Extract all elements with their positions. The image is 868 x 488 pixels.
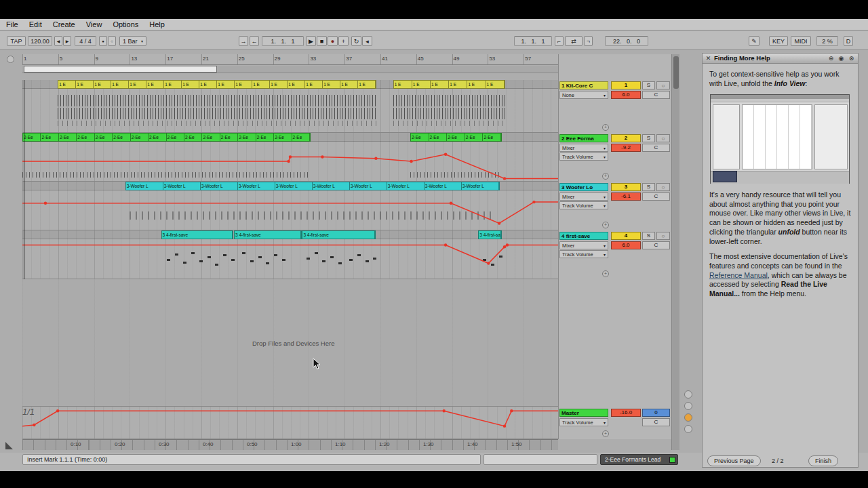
clip[interactable]: 3 4-first-save — [161, 230, 234, 239]
automation-breakpoint[interactable] — [498, 222, 500, 224]
loop-start-field[interactable]: 1. 1. 1 — [514, 36, 552, 46]
previous-page-button[interactable]: Previous Page — [707, 455, 761, 466]
automation-breakpoint[interactable] — [450, 202, 452, 205]
automation-line[interactable] — [22, 407, 558, 439]
automation-reenable-button[interactable]: ↻ — [351, 36, 361, 46]
arm-button[interactable]: ○ — [656, 232, 670, 240]
track-name-1[interactable]: 1 Kit-Core C — [559, 81, 608, 89]
automation-breakpoint[interactable] — [503, 424, 506, 427]
device-chooser[interactable]: Mixer▾ — [559, 241, 608, 249]
automation-breakpoint[interactable] — [532, 201, 535, 203]
add-automation-lane-button[interactable]: + — [602, 222, 609, 228]
automation-breakpoint[interactable] — [510, 409, 513, 412]
play-button[interactable]: ▶ — [306, 36, 316, 46]
metronome-icon[interactable]: ● — [99, 36, 107, 46]
beat-time-ruler[interactable]: 159131721252933374145495357 — [22, 54, 558, 65]
solo-button[interactable]: S — [642, 183, 655, 191]
automation-breakpoint[interactable] — [374, 157, 377, 159]
menu-create[interactable]: Create — [53, 20, 75, 28]
master-lane[interactable]: 1/1 — [22, 407, 558, 439]
record-button[interactable]: ● — [328, 36, 338, 46]
solo-button[interactable]: S — [642, 134, 655, 142]
master-volume-value[interactable]: -16.0 — [611, 409, 641, 417]
automation-breakpoint[interactable] — [287, 160, 290, 163]
selected-clip-box[interactable]: 2-Eee Formants Lead — [600, 454, 678, 465]
tempo-field[interactable]: 120.00 — [28, 36, 52, 46]
drop-area[interactable]: Drop Files and Devices Here — [22, 279, 558, 407]
master-pan-value[interactable]: C — [642, 418, 670, 426]
pan-value[interactable]: C — [642, 241, 670, 249]
automation-line[interactable] — [22, 190, 558, 230]
track-name-2[interactable]: 2 Eee Forma — [559, 134, 608, 142]
add-automation-lane-button[interactable]: + — [602, 430, 609, 437]
close-icon[interactable]: ✕ — [705, 55, 712, 62]
automation-breakpoint[interactable] — [506, 243, 509, 246]
nudge-down-button[interactable]: ◀ — [54, 36, 62, 46]
device-chooser[interactable]: Mixer▾ — [559, 192, 608, 201]
panel-icon-b[interactable]: ◉ — [837, 55, 845, 62]
clip[interactable]: 1 E1 E1 E1 E1 E1 E1 E1 E1 E1 E1 E1 E1 E1… — [58, 80, 376, 89]
vertical-scrollbar[interactable] — [671, 54, 679, 450]
track-lane-4[interactable]: 3 4-first-save3 4-first-save3 4-first-sa… — [22, 230, 558, 279]
automation-breakpoint[interactable] — [487, 262, 490, 264]
menu-file[interactable]: File — [6, 20, 18, 28]
menu-view[interactable]: View — [86, 20, 102, 28]
pan-value[interactable]: C — [642, 144, 670, 152]
automation-breakpoint[interactable] — [443, 409, 446, 412]
clip[interactable]: 3-Woofer L3-Woofer L3-Woofer L3-Woofer L… — [125, 182, 500, 190]
panel-icon-c[interactable]: ⊗ — [848, 55, 855, 62]
menu-options[interactable]: Options — [113, 20, 138, 28]
pan-value[interactable]: C — [642, 192, 670, 201]
track-name-3[interactable]: 3 Woofer Lo — [559, 183, 608, 191]
cue-volume-value[interactable]: 0 — [642, 409, 670, 417]
overview-toggle-button[interactable] — [7, 56, 14, 63]
back-to-arrangement-button[interactable]: ◂ — [362, 36, 372, 46]
clip[interactable]: 3 4-first-save — [302, 230, 375, 239]
master-control-chooser[interactable]: Track Volume▾ — [559, 418, 608, 426]
clip[interactable]: 3 4-first-save — [234, 230, 302, 239]
clip[interactable]: 2-Ee2-Ee2-Ee2-Ee2-Ee — [410, 133, 502, 142]
automation-breakpoint[interactable] — [289, 155, 292, 158]
master-track-name[interactable]: Master — [559, 409, 608, 417]
loop-button[interactable]: ⇄ — [565, 36, 583, 46]
track-lane-1[interactable]: 1 E1 E1 E1 E1 E1 E1 E1 E1 E1 E1 E1 E1 E1… — [22, 80, 558, 133]
punch-out-button[interactable]: ¬ — [584, 36, 593, 46]
quantize-menu[interactable]: 1 Bar ▾ — [119, 36, 146, 46]
time-ruler[interactable]: 0:100:200:300:400:501:001:101:201:301:40… — [22, 439, 558, 450]
time-signature-field[interactable]: 4 / 4 — [75, 36, 96, 46]
reference-manual-link[interactable]: Reference Manual — [709, 271, 768, 279]
device-chooser[interactable]: None▾ — [559, 91, 608, 99]
finish-button[interactable]: Finish — [808, 455, 838, 466]
arrangement-overview-viewbox[interactable] — [24, 66, 217, 73]
track-lane-2[interactable]: 2-Ee2-Ee2-Ee2-Ee2-Ee2-Ee2-Ee2-Ee2-Ee2-Ee… — [22, 133, 558, 182]
clip[interactable]: 1 E1 E1 E1 E1 E1 E — [393, 80, 505, 89]
automation-breakpoint[interactable] — [444, 243, 447, 246]
arm-button[interactable]: ○ — [656, 134, 670, 142]
automation-breakpoint[interactable] — [410, 160, 412, 163]
control-chooser[interactable]: Track Volume▾ — [559, 201, 608, 209]
follow-back-button[interactable]: ← — [250, 36, 259, 46]
menu-edit[interactable]: Edit — [29, 20, 42, 28]
control-chooser[interactable]: Track Volume▾ — [559, 152, 608, 161]
nudge-up-button[interactable]: ▶ — [63, 36, 71, 46]
track-volume-value[interactable]: 6.0 — [611, 91, 641, 99]
follow-scroll-button[interactable] — [684, 402, 692, 410]
panel-icon-a[interactable]: ⊕ — [827, 55, 835, 62]
hot-swap-button[interactable] — [684, 413, 692, 422]
automation-breakpoint[interactable] — [44, 202, 47, 205]
solo-button[interactable]: S — [642, 81, 655, 89]
track-name-4[interactable]: 4 first-save — [559, 232, 608, 240]
stop-button[interactable]: ■ — [317, 36, 327, 46]
overdub-button[interactable]: + — [338, 36, 349, 46]
automation-breakpoint[interactable] — [444, 153, 447, 156]
automation-breakpoint[interactable] — [503, 177, 506, 180]
automation-breakpoint[interactable] — [503, 245, 506, 248]
automation-breakpoint[interactable] — [33, 424, 35, 426]
automation-breakpoint[interactable] — [56, 409, 59, 412]
track-volume-value[interactable]: -6.1 — [611, 192, 641, 201]
clip[interactable]: 3 4-first-save — [478, 230, 502, 239]
pan-value[interactable]: C — [642, 91, 670, 99]
metronome-toggle[interactable]: ○ — [108, 36, 116, 46]
info-view-unfold-button[interactable] — [5, 442, 13, 449]
device-chooser[interactable]: Mixer▾ — [559, 144, 608, 152]
